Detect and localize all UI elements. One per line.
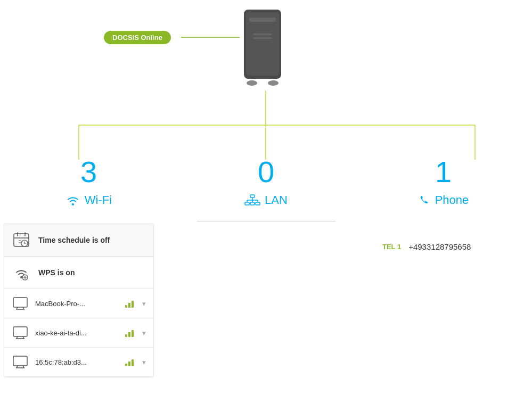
wps-label: WPS is on <box>38 268 75 277</box>
wifi-label: Wi-Fi <box>85 193 112 207</box>
chevron-3: ▾ <box>142 358 146 366</box>
phone-icon <box>418 193 431 207</box>
phone-column: 1 Phone <box>364 157 523 207</box>
phone-label: Phone <box>435 193 469 207</box>
wifi-icon <box>66 194 80 206</box>
signal-bars-3 <box>125 358 134 366</box>
docsis-line <box>181 36 245 38</box>
phone-label-row: Phone <box>418 193 469 207</box>
lan-separator <box>197 221 335 221</box>
svg-rect-4 <box>253 37 272 39</box>
lan-count: 0 <box>258 157 274 187</box>
phone-count: 1 <box>435 157 452 187</box>
svg-rect-15 <box>245 202 249 205</box>
wifi-column: 3 Wi-Fi <box>9 157 169 207</box>
columns-container: 3 Wi-Fi 0 <box>0 157 532 207</box>
tel-badge: TEL 1 <box>382 243 401 251</box>
device-row-3[interactable]: 16:5c:78:ab:d3... ▾ <box>4 348 153 377</box>
device-row-2[interactable]: xiao-ke-ai-ta-di... ▾ <box>4 318 153 348</box>
device-name-3: 16:5c:78:ab:d3... <box>35 358 119 366</box>
svg-rect-44 <box>13 356 27 366</box>
tree-lines <box>0 91 532 160</box>
chevron-1: ▾ <box>142 300 146 308</box>
chevron-2: ▾ <box>142 329 146 337</box>
device-row-1[interactable]: MacBook-Pro-... ▾ <box>4 289 153 318</box>
device-name-1: MacBook-Pro-... <box>35 300 119 308</box>
svg-rect-16 <box>250 202 255 205</box>
time-schedule-label: Time schedule is off <box>38 236 110 244</box>
lan-label: LAN <box>265 193 288 207</box>
time-schedule-icon <box>12 231 31 250</box>
device-icon-2 <box>12 324 29 341</box>
device-name-2: xiao-ke-ai-ta-di... <box>35 329 119 337</box>
lan-icon <box>244 194 260 206</box>
svg-rect-40 <box>13 327 27 336</box>
signal-bars-1 <box>125 299 134 308</box>
wifi-count: 3 <box>80 157 97 187</box>
svg-rect-7 <box>249 18 276 22</box>
time-schedule-row: Time schedule is off <box>4 224 153 257</box>
lan-label-row: LAN <box>244 193 288 207</box>
svg-rect-14 <box>250 195 255 198</box>
wifi-panel: Time schedule is off WPS is on <box>4 224 154 377</box>
wps-row: WPS is on <box>4 257 153 289</box>
svg-rect-36 <box>13 298 27 307</box>
device-icon-1 <box>12 295 29 312</box>
wifi-label-row: Wi-Fi <box>66 193 112 207</box>
lan-column: 0 LAN <box>186 157 346 207</box>
svg-rect-17 <box>256 202 260 205</box>
signal-bars-2 <box>125 328 134 337</box>
phone-info: TEL 1 +4933128795658 <box>382 242 471 251</box>
svg-point-13 <box>72 203 74 205</box>
router-image <box>228 4 297 97</box>
svg-rect-3 <box>253 34 272 35</box>
tel-number: +4933128795658 <box>408 242 471 251</box>
docsis-badge: DOCSIS Online <box>104 31 171 44</box>
svg-point-5 <box>247 80 257 86</box>
svg-point-6 <box>268 80 279 86</box>
wps-icon <box>12 263 31 282</box>
device-icon-3 <box>12 353 29 371</box>
